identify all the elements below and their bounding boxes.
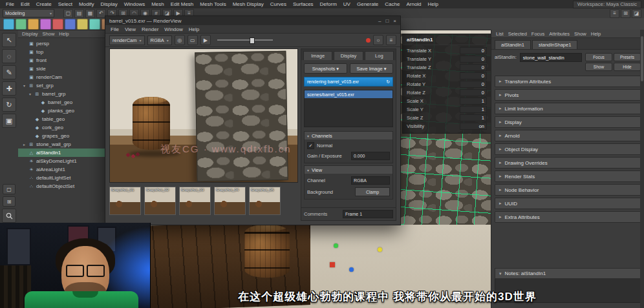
options-icon[interactable] (386, 35, 396, 45)
save-scene-icon[interactable]: ▦ (85, 9, 95, 18)
normal-checkbox[interactable]: ✓ (307, 142, 314, 149)
outliner-item[interactable]: ∴ defaultObjectSet (18, 182, 105, 190)
menu-item[interactable]: Display (98, 1, 121, 7)
expand-arrow-icon[interactable]: ▾ (28, 92, 32, 96)
exposure-slider[interactable] (217, 39, 273, 41)
attribute-editor-menu-item[interactable]: Focus (531, 31, 544, 37)
view-section-header[interactable]: View (305, 166, 392, 174)
menu-item[interactable]: Create (33, 1, 55, 7)
channel-row[interactable]: Scale X 1 (403, 97, 491, 105)
scrollbar-thumb[interactable] (641, 36, 643, 81)
render-view-menu-item[interactable]: Window (164, 26, 182, 32)
crosshair-icon[interactable] (175, 35, 185, 45)
shelf-plane-icon[interactable] (65, 19, 76, 30)
comments-field[interactable]: Frame 1 (343, 210, 393, 218)
attribute-section-header[interactable]: Limit Information (495, 103, 641, 114)
attribute-editor-menu-item[interactable]: Show (574, 31, 586, 37)
paint-select-tool-icon[interactable]: ✎ (2, 65, 16, 79)
refresh-icon[interactable] (373, 35, 383, 45)
save-image-button[interactable]: Save Image ▾ (350, 63, 393, 74)
channel-row[interactable]: Translate Z 0 (403, 63, 491, 72)
menu-item[interactable]: Mesh Display (230, 1, 267, 7)
channel-value[interactable]: 1 (460, 98, 487, 105)
snapshot-thumbnail[interactable]: Snapshot_05 (249, 187, 281, 215)
attribute-section-header[interactable]: UUID (495, 198, 641, 209)
layout-single-pane-icon[interactable]: ▢ (3, 184, 16, 194)
attribute-editor-menu-item[interactable]: Selected (508, 31, 527, 37)
shelf-helix-icon[interactable] (89, 19, 100, 30)
channel-row[interactable]: Visibility on (403, 122, 491, 130)
attribute-editor-toggle-icon[interactable]: ≡ (610, 9, 619, 18)
menu-item[interactable]: Mesh (148, 1, 167, 7)
attribute-section-header[interactable]: Drawing Overrides (495, 157, 641, 169)
channel-row[interactable]: Translate X 0 (403, 46, 491, 55)
channel-row[interactable]: Rotate X 0 (403, 72, 491, 80)
attribute-editor-menu-item[interactable]: Attributes (549, 31, 570, 37)
attribute-section-header[interactable]: Pivots (495, 89, 641, 101)
shelf-cylinder-icon[interactable] (28, 19, 39, 30)
display-channel-selector[interactable]: RGBA (147, 36, 172, 45)
side-panel-tab[interactable]: Image (303, 51, 332, 60)
outliner-menu-item[interactable]: Help (59, 31, 69, 37)
outliner-item[interactable]: ◆ table_geo (18, 115, 105, 123)
channel-value[interactable]: 1 (460, 114, 487, 121)
rendered-image[interactable] (109, 48, 298, 183)
shelf-torus-icon[interactable] (52, 19, 63, 30)
attribute-section-header[interactable]: Object Display (495, 143, 641, 155)
channel-row[interactable]: Scale Z 1 (403, 114, 491, 122)
attribute-section-header[interactable]: Transform Attributes (495, 76, 641, 87)
tool-settings-toggle-icon[interactable]: ⊞ (621, 9, 630, 18)
channel-value[interactable]: 0 (460, 89, 487, 96)
slider-handle[interactable] (250, 37, 255, 44)
history-item-selected[interactable]: scenes/barrel_v015.exr (305, 90, 392, 98)
outliner-item[interactable]: ◆ planks_geo (18, 107, 105, 115)
attribute-editor-button[interactable]: Hide (614, 63, 641, 71)
render-view-menu-item[interactable]: View (125, 26, 136, 32)
attribute-editor-button[interactable]: Focus (585, 53, 612, 61)
snapshot-thumbnail[interactable]: Snapshot_03 (179, 187, 211, 215)
maximize-icon[interactable]: □ (385, 18, 389, 24)
menu-item[interactable]: Generate (354, 1, 381, 7)
attribute-editor-menu-item[interactable]: Help (591, 31, 601, 37)
outliner-item[interactable]: ▾ ⊞ set_grp (18, 81, 105, 90)
new-scene-icon[interactable]: ▢ (63, 9, 73, 18)
channels-section-header[interactable]: Channels (305, 132, 392, 139)
channel-value[interactable]: 0 (460, 81, 487, 88)
menu-item[interactable]: Modify (76, 1, 98, 7)
gain-exposure-field[interactable]: 0.000 (351, 152, 390, 160)
menu-item[interactable]: Cache (381, 1, 403, 7)
node-tab[interactable]: standInShape1 (532, 40, 577, 49)
region-render-icon[interactable] (188, 35, 198, 45)
progress-refresh-icon[interactable]: ↻ (386, 79, 390, 85)
start-ipr-icon[interactable] (200, 35, 211, 45)
manipulator-handle-red[interactable] (330, 262, 335, 267)
outliner-item[interactable]: △ aiStandIn1 (18, 149, 105, 157)
outliner-item[interactable]: ◆ barrel_geo (18, 98, 105, 107)
menu-item[interactable]: Edit (17, 1, 33, 7)
search-icon[interactable] (2, 209, 16, 223)
channel-value[interactable]: 0 (460, 72, 487, 79)
manipulator-handle-blue[interactable] (349, 267, 354, 272)
side-panel-tab[interactable]: Display (334, 51, 363, 60)
outliner-item[interactable]: ▣ persp (18, 39, 105, 48)
channel-row[interactable]: Scale Y 1 (403, 105, 491, 114)
notes-section-header[interactable]: Notes: aiStandIn1 (495, 268, 641, 279)
menu-item[interactable]: Curves (267, 1, 290, 7)
outliner-menu-item[interactable]: Display (22, 31, 38, 37)
outliner-menu-item[interactable]: Show (43, 31, 55, 37)
lasso-tool-icon[interactable]: ◌ (2, 49, 16, 63)
channel-row[interactable]: Rotate Z 0 (403, 88, 491, 97)
shelf-disc-icon[interactable] (77, 19, 88, 30)
render-view-menu-item[interactable]: Render (142, 26, 158, 32)
clamp-button[interactable]: Clamp (355, 187, 390, 196)
snapshots-button[interactable]: Snapshots ▾ (304, 63, 347, 74)
expand-arrow-icon[interactable]: ▾ (22, 83, 27, 88)
menu-item[interactable]: File (3, 1, 17, 7)
channel-box-toggle-icon[interactable]: ◪ (632, 9, 641, 18)
snapshot-thumbnail[interactable]: Snapshot_01 (109, 187, 141, 215)
menu-item[interactable]: Help (425, 1, 442, 7)
shelf-sphere-icon[interactable] (3, 19, 14, 30)
window-title-bar[interactable]: barrel_v015.exr — RenderView – □ × (105, 16, 400, 25)
channel-value[interactable]: 0 (460, 64, 487, 71)
render-view-menu-item[interactable]: Help (189, 26, 199, 32)
